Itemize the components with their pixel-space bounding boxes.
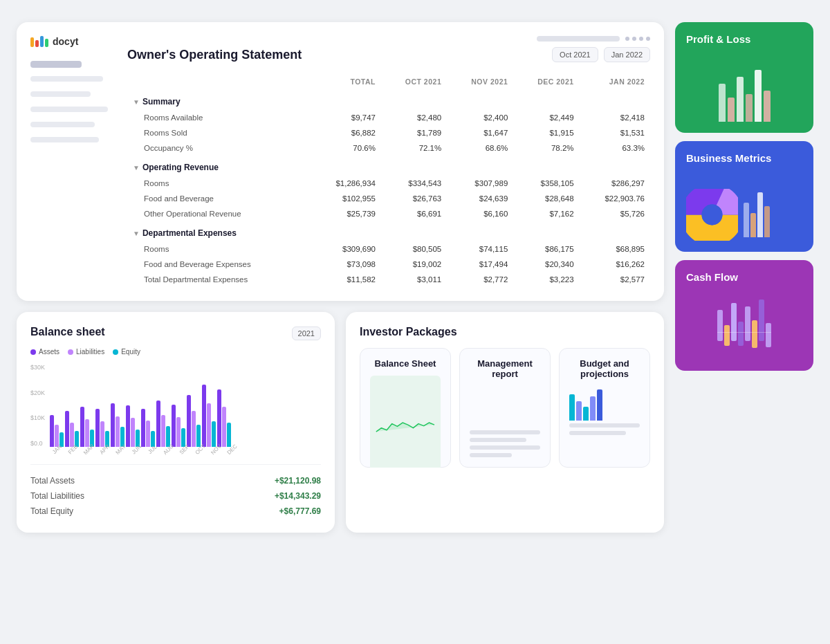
row-dec: $358,105 — [513, 176, 579, 191]
row-label: Total Departmental Expenses — [127, 272, 311, 287]
row-total: $25,739 — [311, 206, 381, 221]
row-dec: $7,162 — [513, 206, 579, 221]
cash-flow-widget[interactable]: Cash Flow — [675, 260, 813, 371]
row-dec: $3,223 — [513, 272, 579, 287]
package-budget[interactable]: Budget and projections — [559, 348, 650, 468]
row-jan: $286,297 — [580, 176, 650, 191]
line-chart-svg — [374, 410, 437, 441]
bar-assets — [126, 405, 130, 447]
row-oct: $334,543 — [381, 176, 447, 191]
bm-bar-2 — [750, 213, 756, 237]
legend-equity: Equity — [113, 348, 140, 356]
row-total: $1,286,934 — [311, 176, 381, 191]
mgmt-line-1 — [470, 430, 540, 434]
chart-month-group — [50, 415, 64, 447]
bm-bar-1 — [744, 203, 749, 237]
row-label: Rooms Available — [127, 110, 311, 125]
report-area: Owner's Operating Statement Oct 2021 Jan… — [127, 36, 650, 287]
row-dec: 78.2% — [513, 140, 579, 156]
sidebar-item-6[interactable] — [30, 137, 99, 142]
bar-assets — [95, 409, 100, 447]
date-filter-end[interactable]: Jan 2022 — [604, 47, 650, 62]
logo-bar-2 — [35, 40, 39, 47]
cf-bar-7 — [759, 300, 764, 341]
chart-bars-area — [50, 364, 321, 447]
col-header-label — [127, 73, 311, 90]
sidebar-nav — [30, 61, 116, 149]
row-total: $6,882 — [311, 125, 381, 140]
row-total: $9,747 — [311, 110, 381, 125]
row-dec: $28,648 — [513, 191, 579, 206]
row-total: $309,690 — [311, 241, 381, 257]
cf-baseline — [717, 332, 771, 333]
pl-bar-1 — [719, 84, 726, 122]
bar-assets — [172, 405, 176, 447]
col-header-dec: DEC 2021 — [513, 73, 579, 90]
business-metrics-title: Business Metrics — [686, 152, 802, 164]
total-equity-row: Total Equity +$6,777.69 — [30, 504, 321, 519]
row-dec: $20,340 — [513, 257, 579, 272]
chart-month-group — [156, 401, 170, 447]
business-metrics-widget[interactable]: Business Metrics — [675, 141, 813, 252]
mgmt-line-4 — [470, 453, 512, 457]
cf-bar-8 — [766, 323, 771, 347]
profit-loss-widget[interactable]: Profit & Loss — [675, 22, 813, 133]
bar-liabilities — [192, 411, 196, 447]
sidebar-item-1[interactable] — [30, 61, 82, 68]
bar-equity — [227, 423, 231, 447]
row-jan: $16,262 — [580, 257, 650, 272]
row-total: $102,955 — [311, 191, 381, 206]
top-bar-actions — [625, 37, 650, 41]
legend-dot-equity — [113, 349, 118, 355]
bar-assets — [80, 407, 84, 447]
logo-text: docyt — [53, 36, 78, 47]
logo-bar-3 — [40, 36, 44, 47]
profit-loss-title: Profit & Loss — [686, 33, 802, 45]
sidebar-item-2[interactable] — [30, 76, 103, 82]
row-total: 70.6% — [311, 140, 381, 156]
chart-legend: Assets Liabilities Equity — [30, 348, 321, 356]
col-header-oct: OCT 2021 — [381, 73, 447, 90]
row-nov: $307,989 — [447, 176, 513, 191]
bar-liabilities — [207, 403, 211, 447]
cash-flow-title: Cash Flow — [686, 271, 802, 283]
logo-bar-1 — [30, 37, 34, 47]
package-management-report[interactable]: Management report — [459, 348, 551, 468]
year-filter-button[interactable]: 2021 — [292, 326, 321, 340]
section-header-summary: ▼Summary — [127, 90, 650, 110]
investor-packages-title: Investor Packages — [360, 326, 650, 338]
y-label-10k: $10K — [30, 414, 45, 421]
mgmt-line-2 — [470, 438, 526, 442]
legend-dot-liabilities — [68, 349, 73, 355]
package-budget-lines — [569, 423, 640, 435]
sidebar-item-5[interactable] — [30, 122, 95, 127]
sidebar-item-4[interactable] — [30, 107, 108, 112]
row-total: $73,098 — [311, 257, 381, 272]
bar-liabilities — [70, 423, 74, 447]
chart-month-group — [80, 407, 94, 447]
row-jan: $2,577 — [580, 272, 650, 287]
row-label: Other Operational Revenue — [127, 206, 311, 221]
row-jan: $22,903.76 — [580, 191, 650, 206]
balance-sheet-title: Balance sheet — [30, 326, 105, 338]
mgmt-line-3 — [470, 445, 540, 450]
total-assets-value: +$21,120.98 — [275, 476, 321, 486]
table-row: Rooms $309,690 $80,505 $74,115 $86,175 $… — [127, 241, 650, 257]
date-filters: Oct 2021 Jan 2022 — [552, 47, 650, 62]
bar-liabilities — [100, 421, 104, 447]
package-balance-sheet[interactable]: Balance Sheet — [360, 348, 451, 468]
bar-liabilities — [116, 416, 120, 447]
sidebar-item-3[interactable] — [30, 91, 91, 97]
row-jan: 63.3% — [580, 140, 650, 156]
chart-month-group — [95, 409, 109, 447]
date-filter-start[interactable]: Oct 2021 — [552, 47, 598, 62]
report-header: Owner's Operating Statement Oct 2021 Jan… — [127, 47, 650, 62]
col-header-total: TOTAL — [311, 73, 381, 90]
bm-bar-chart — [744, 192, 770, 237]
right-panel: Profit & Loss Business Metrics — [675, 22, 813, 622]
budget-bar-3 — [583, 407, 589, 421]
row-total: $11,582 — [311, 272, 381, 287]
cf-bar-4 — [738, 322, 744, 346]
budget-bar-4 — [590, 396, 596, 421]
svg-point-3 — [702, 205, 723, 226]
